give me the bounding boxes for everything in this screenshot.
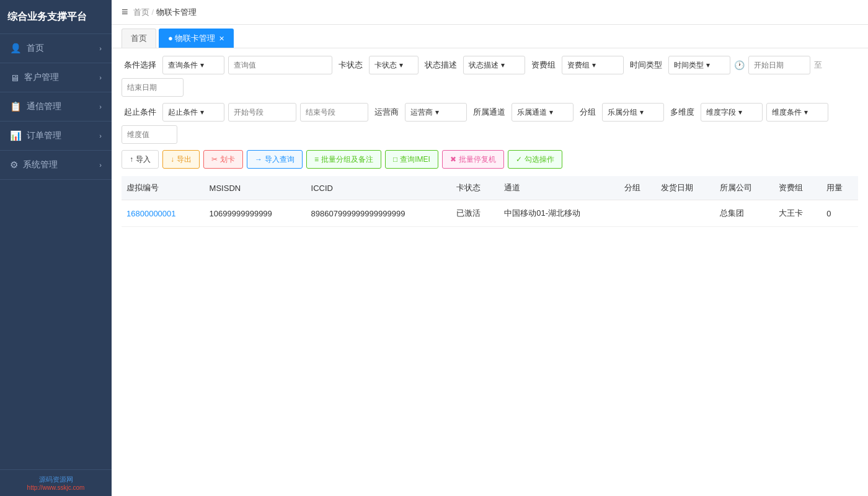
cell-iccid: 898607999999999999999 [306,200,452,227]
range-cond-arrow: ▾ [200,108,204,117]
cut-button[interactable]: ✂ 划卡 [203,150,243,169]
status-desc-select[interactable]: 状态描述 ▾ [463,56,525,74]
end-no-input[interactable] [300,103,368,122]
range-cond-select[interactable]: 起止条件 ▾ [162,103,224,122]
order-icon: 📊 [10,130,22,141]
card-status-select-text: 卡状态 [374,60,397,71]
footer-text: 源码资源网 [7,475,104,484]
dim-value-input[interactable] [122,125,177,144]
batch-ops-button[interactable]: ✓ 勾选操作 [508,150,562,169]
date-to: 至 [814,60,822,71]
menu-icon[interactable]: ≡ [122,6,128,19]
dim-cond-select[interactable]: 维度条件 ▾ [766,103,828,122]
sidebar-item-order-label: 订单管理 [27,130,61,141]
breadcrumb-current: 物联卡管理 [156,7,197,18]
channel-select[interactable]: 乐属通道 ▾ [512,103,574,122]
range-cond-select-text: 起止条件 [168,107,198,118]
cut-icon: ✂ [211,155,218,164]
condition-select-arrow: ▾ [200,61,204,69]
chevron-right-icon2: › [99,74,102,81]
home-icon: 👤 [10,43,22,54]
fee-group-arrow: ▾ [592,61,596,69]
virtual-no-link[interactable]: 16800000001 [126,209,176,218]
filter-row-2: 起止条件 起止条件 ▾ 运营商 运营商 ▾ 所属通道 乐属通道 ▾ 分组 乐属分… [122,103,858,144]
cell-ship_date [656,200,715,227]
sidebar-item-system[interactable]: ⚙ 系统管理 › [0,151,112,180]
import-check-button[interactable]: → 导入查询 [247,150,303,169]
tab-home[interactable]: 首页 [122,29,156,48]
tab-close-icon[interactable]: ✕ [219,35,224,43]
query-imei-button[interactable]: □ 查询IMEI [385,150,438,169]
status-desc-arrow: ▾ [501,61,505,69]
sidebar-item-order[interactable]: 📊 订单管理 › [0,122,112,151]
sidebar-item-home[interactable]: 👤 首页 › [0,34,112,63]
batch-group-icon: ≡ [314,155,319,164]
breadcrumb-sep: / [152,7,154,17]
time-type-select[interactable]: 时间类型 ▾ [668,56,730,74]
import-label: 导入 [136,154,151,165]
tab-iotcard[interactable]: ● 物联卡管理 ✕ [159,29,234,48]
card-status-select[interactable]: 卡状态 ▾ [369,56,418,74]
breadcrumb: 首页 / 物联卡管理 [133,7,197,18]
cut-label: 划卡 [220,154,235,165]
breadcrumb-home[interactable]: 首页 [133,7,149,18]
batch-suspend-label: 批量停复机 [459,154,496,165]
system-icon: ⚙ [10,159,18,170]
channel-select-text: 乐属通道 [517,107,547,118]
tab-home-label: 首页 [131,33,147,44]
import-button[interactable]: ↑ 导入 [122,150,159,169]
col-usage: 用量 [822,176,858,200]
tabs-bar: 首页 ● 物联卡管理 ✕ [112,25,868,48]
fee-group-select[interactable]: 资费组 ▾ [562,56,624,74]
group-select[interactable]: 乐属分组 ▾ [602,103,664,122]
dim-field-select[interactable]: 维度字段 ▾ [701,103,763,122]
dim-cond-text: 维度条件 [772,107,802,118]
export-button[interactable]: ↓ 导出 [162,150,200,169]
footer-url: http://www.sskjc.com [7,484,104,491]
channel-label: 所属通道 [471,107,508,118]
cell-channel: 中国移动01-湖北移动 [499,200,619,227]
start-no-input[interactable] [228,103,296,122]
customer-icon: 🖥 [10,73,19,83]
tab-iotcard-label: ● 物联卡管理 [168,33,215,44]
export-label: 导出 [177,154,192,165]
col-channel: 通道 [499,176,619,200]
sidebar-item-home-label: 首页 [27,43,44,54]
carrier-select-text: 运营商 [410,107,433,118]
sidebar-item-customer[interactable]: 🖥 客户管理 › [0,63,112,92]
col-card-status: 卡状态 [451,176,499,200]
sidebar-item-telecom[interactable]: 📋 通信管理 › [0,92,112,122]
app-title: 综合业务支撑平台 [0,0,112,34]
dim-cond-arrow: ▾ [804,108,808,117]
start-date-input[interactable] [748,56,810,74]
batch-group-button[interactable]: ≡ 批量分组及备注 [306,150,381,169]
cell-company: 总集团 [715,200,774,227]
condition-select[interactable]: 查询条件 ▾ [162,56,224,74]
fee-group-label: 资费组 [529,60,558,71]
chevron-right-icon5: › [99,161,102,169]
col-ship-date: 发货日期 [656,176,715,200]
condition-label: 条件选择 [122,60,159,71]
card-status-arrow: ▾ [399,61,403,69]
time-type-label: 时间类型 [627,60,665,71]
batch-ops-label: 勾选操作 [525,154,554,165]
condition-value-input[interactable] [228,56,332,74]
batch-suspend-button[interactable]: ✖ 批量停复机 [442,150,504,169]
group-label: 分组 [577,107,598,118]
carrier-select[interactable]: 运营商 ▾ [405,103,467,122]
status-desc-select-text: 状态描述 [469,60,498,71]
dim-field-arrow: ▾ [738,108,742,117]
cell-virtual_no[interactable]: 16800000001 [122,200,205,227]
cell-card_status: 已激活 [451,200,499,227]
card-status-label: 卡状态 [336,60,365,71]
sidebar-footer: 源码资源网 http://www.sskjc.com [0,469,112,496]
condition-select-text: 查询条件 [168,60,198,71]
batch-group-label: 批量分组及备注 [321,154,373,165]
chevron-right-icon: › [99,45,102,52]
action-buttons: ↑ 导入 ↓ 导出 ✂ 划卡 → 导入查询 ≡ 批量分组及备注 □ 查询IMEI [122,150,858,169]
carrier-arrow: ▾ [435,108,439,117]
sidebar-nav: 👤 首页 › 🖥 客户管理 › 📋 通信管理 › 📊 订单管理 › ⚙ 系统管理… [0,34,112,469]
col-group: 分组 [619,176,656,200]
end-date-input[interactable] [122,78,184,97]
time-type-select-text: 时间类型 [674,60,704,71]
